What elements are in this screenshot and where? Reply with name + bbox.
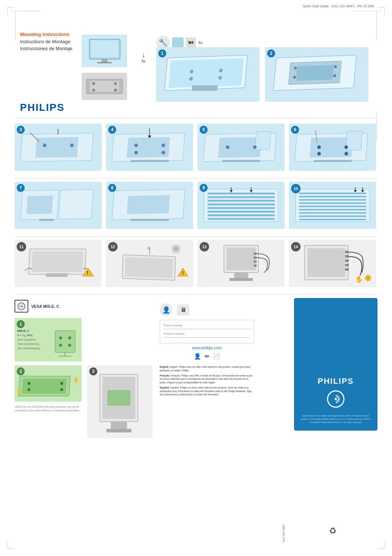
svg-rect-108: [229, 278, 253, 281]
step9-num: 9: [200, 184, 208, 192]
svg-rect-63: [208, 196, 275, 198]
step6-svg: [294, 127, 372, 167]
svg-rect-138: [106, 429, 131, 432]
svg-point-123: [59, 344, 62, 347]
step1-box: 1: [156, 47, 260, 102]
step4-svg: [111, 127, 189, 167]
svg-rect-120: [55, 331, 75, 352]
step2-num: 2: [267, 49, 275, 57]
svg-rect-110: [307, 248, 345, 277]
sep-line-right-top: [376, 11, 377, 40]
step13-num: 13: [200, 242, 209, 251]
svg-point-36: [134, 151, 138, 154]
svg-text:!: !: [182, 270, 184, 276]
svg-point-35: [162, 144, 165, 147]
svg-point-130: [60, 382, 63, 385]
vesa-step1-num: 1: [17, 320, 25, 328]
svg-rect-137: [111, 422, 127, 429]
step6-box: 6: [289, 124, 376, 171]
svg-point-42: [226, 145, 229, 149]
step11-svg: !: [19, 243, 97, 283]
step11-box: 11 !: [15, 240, 102, 287]
svg-point-129: [28, 382, 30, 385]
barcode-text: 3111 221 4WF1: [282, 524, 285, 542]
svg-rect-3: [97, 62, 112, 63]
sep-h-top-left: [11, 11, 40, 11]
monitor-svg: [86, 37, 123, 65]
svg-rect-139: [108, 391, 130, 405]
svg-rect-102: [226, 247, 256, 270]
svg-rect-47: [346, 131, 362, 150]
title-section: Mounting Instructions Instructions de Mo…: [20, 31, 73, 52]
step7-num: 7: [17, 184, 25, 192]
svg-rect-115: [345, 268, 349, 271]
screw-count-label: 4x: [198, 40, 203, 45]
step5-num: 5: [200, 126, 208, 134]
svg-rect-62: [208, 193, 275, 194]
svg-rect-19: [296, 65, 334, 81]
svg-point-27: [43, 144, 46, 147]
intro-bracket-box: [82, 73, 127, 100]
step4-num: 4: [108, 126, 116, 134]
vesa-step2-num: 2: [17, 367, 25, 375]
sep-h-top-right: [352, 11, 381, 11]
4x-label: 4x: [142, 59, 146, 63]
user-icon-row: 👤: [194, 353, 201, 360]
vesa-label: VESA MIS-E, C: [31, 304, 59, 309]
vesa-step2-svg: 👆 👆: [16, 371, 78, 402]
screw-icon: M4: [186, 37, 196, 48]
step8-box: 8: [106, 182, 193, 229]
svg-text:✋: ✋: [355, 275, 363, 283]
svg-rect-56: [26, 196, 53, 214]
registration-area: 👤 🖥 Phone number Product number www.phil…: [160, 303, 254, 360]
step10-svg: [294, 185, 372, 225]
svg-rect-128: [22, 379, 67, 394]
vesa-note: VESA 100 and VESA 200 Mounting Solutions…: [15, 405, 87, 412]
step12-box: 12 11 !: [106, 240, 193, 287]
svg-rect-105: [254, 261, 257, 263]
step4-box: 4: [106, 124, 193, 171]
svg-rect-55: [58, 189, 93, 219]
svg-rect-57: [39, 219, 54, 221]
svg-rect-81: [299, 212, 366, 214]
svg-rect-65: [208, 204, 275, 205]
svg-rect-25: [35, 137, 78, 158]
svg-rect-67: [208, 211, 275, 213]
step3-box: 3: [15, 124, 102, 171]
vesa-step1-box: 1 MIS-E, C 6 x 🔩 (M4) (Not supplied) (No…: [15, 318, 82, 362]
monitor-icon-bottom: 🖥: [177, 305, 189, 315]
vesa-logo-row: VESA MIS-E, C: [15, 300, 59, 313]
svg-rect-112: [345, 255, 349, 258]
svg-point-43: [253, 145, 257, 149]
rule-before-vesa: [15, 294, 377, 295]
vesa-step3-box: 3: [87, 365, 152, 438]
step5-box: 5: [197, 124, 285, 171]
svg-rect-77: [299, 199, 366, 201]
philips-logo-white: PHILIPS: [318, 376, 354, 386]
svg-rect-104: [254, 257, 257, 259]
svg-rect-80: [299, 209, 366, 210]
step6-num: 6: [291, 126, 299, 134]
steps-7-10-row: 7 8 9: [15, 182, 376, 229]
svg-rect-41: [255, 132, 271, 150]
svg-rect-75: [299, 193, 366, 194]
svg-rect-2: [102, 59, 107, 62]
small-monitor-icon: [172, 37, 184, 48]
svg-rect-78: [299, 202, 366, 204]
title-french: Instructions de Montage: [20, 38, 73, 45]
svg-point-132: [60, 388, 63, 391]
reg-product-field: Product number: [164, 332, 250, 338]
svg-rect-106: [254, 265, 257, 267]
step14-num: 14: [291, 242, 301, 251]
step8-num: 8: [108, 184, 116, 192]
intro-monitor-box: [82, 35, 127, 67]
svg-rect-69: [208, 218, 275, 220]
step1-num: 1: [158, 49, 166, 57]
step7-box: 7: [15, 182, 102, 229]
svg-rect-66: [208, 207, 275, 209]
svg-rect-111: [345, 251, 349, 253]
svg-text:👆: 👆: [73, 376, 78, 383]
steps-11-14-row: 11 ! 12 11: [15, 240, 376, 287]
step9-svg: [202, 185, 280, 225]
svg-rect-103: [254, 253, 257, 255]
